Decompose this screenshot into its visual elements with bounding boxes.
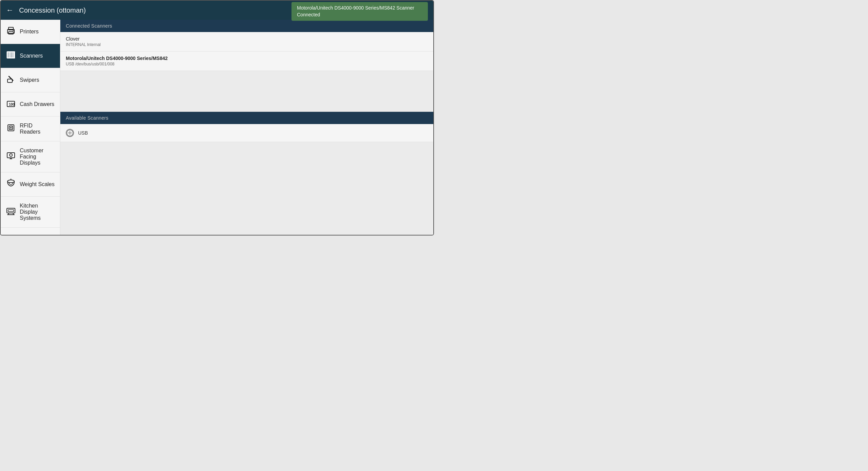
back-button[interactable]: ← [6,6,14,15]
svg-rect-8 [13,52,14,58]
table-row[interactable]: Clover INTERNAL Internal [60,32,433,51]
scanner-name-motorola: Motorola/Unitech DS4000-9000 Series/MS84… [66,56,428,61]
sidebar-item-scanners[interactable]: Scanners [1,44,60,68]
svg-point-3 [13,30,14,31]
header: ← Concession (ottoman) Motorola/Unitech … [1,1,433,20]
notification-banner: Motorola/Unitech DS4000-9000 Series/MS84… [291,2,428,21]
content-area: Connected Scanners Clover INTERNAL Inter… [60,20,433,235]
connected-scanners-header: Connected Scanners [60,20,433,32]
sidebar: Printers Scanners [1,20,60,235]
svg-rect-17 [10,127,12,128]
sidebar-item-printers[interactable]: Printers [1,20,60,44]
printer-icon [6,26,16,37]
spacer [60,71,433,112]
sidebar-item-weight-scales-label: Weight Scales [20,181,55,187]
svg-rect-4 [7,52,8,58]
scanner-name-clover: Clover [66,36,428,42]
svg-rect-9 [14,52,15,58]
svg-text:100: 100 [9,103,15,106]
main-layout: Printers Scanners [1,20,433,235]
display-icon [6,151,16,163]
swiper-icon [6,74,16,86]
available-scanners-header: Available Scanners [60,112,433,124]
sidebar-item-kitchen-display-systems[interactable]: Kitchen Display Systems [1,197,60,228]
cash-drawer-icon: 100 [6,98,16,110]
scale-icon [6,179,16,190]
scanner-sub-motorola: USB /dev/bus/usb/001/008 [66,62,428,66]
rfid-icon [6,123,16,135]
svg-rect-6 [10,52,11,58]
sidebar-item-rfid-readers-label: RFID Readers [20,123,55,135]
sidebar-item-kitchen-display-systems-label: Kitchen Display Systems [20,203,55,221]
sidebar-item-swipers[interactable]: Swipers [1,68,60,92]
svg-rect-5 [9,52,9,58]
svg-point-19 [10,154,12,156]
sidebar-item-rfid-readers[interactable]: RFID Readers [1,117,60,141]
svg-rect-11 [7,58,15,58]
sidebar-item-cash-drawers[interactable]: 100 Cash Drawers [1,92,60,117]
header-title: Concession (ottoman) [19,6,86,14]
sidebar-item-weight-scales[interactable]: Weight Scales [1,172,60,197]
usb-add-icon [66,129,74,137]
sidebar-item-printers-label: Printers [20,29,39,35]
sidebar-item-scanners-label: Scanners [20,53,43,59]
table-row[interactable]: Motorola/Unitech DS4000-9000 Series/MS84… [60,51,433,71]
kds-icon [6,206,16,218]
sidebar-item-swipers-label: Swipers [20,77,39,83]
svg-rect-28 [8,210,14,212]
svg-rect-7 [11,52,12,58]
table-row[interactable]: USB [60,124,433,142]
sidebar-item-customer-facing-displays-label: Customer Facing Displays [20,148,55,166]
sidebar-item-customer-facing-displays[interactable]: Customer Facing Displays [1,141,60,172]
scanner-sub-clover: INTERNAL Internal [66,42,428,47]
scanner-icon [6,50,16,62]
app-container: ← Concession (ottoman) Motorola/Unitech … [0,0,434,236]
usb-label: USB [78,130,88,136]
svg-point-22 [8,180,14,183]
svg-rect-10 [7,51,15,52]
sidebar-item-cash-drawers-label: Cash Drawers [20,101,54,107]
